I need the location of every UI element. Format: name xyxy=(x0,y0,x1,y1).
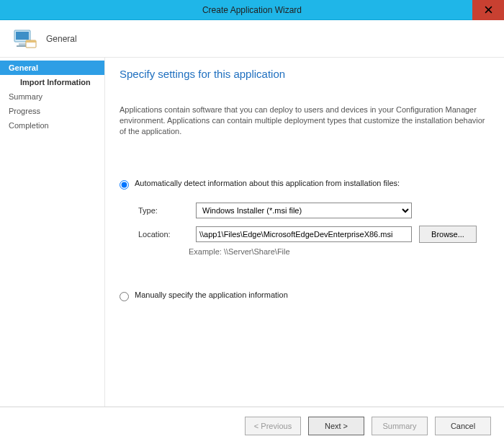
svg-rect-7 xyxy=(26,40,36,43)
cancel-button[interactable]: Cancel xyxy=(435,417,491,435)
wizard-icon xyxy=(10,25,39,53)
next-button[interactable]: Next > xyxy=(308,417,364,435)
browse-button[interactable]: Browse... xyxy=(419,226,477,243)
auto-detect-row: Automatically detect information about t… xyxy=(120,179,487,190)
summary-button: Summary xyxy=(372,417,428,435)
wizard-sidebar: General Import Information Summary Progr… xyxy=(0,58,105,407)
sidebar-item-completion[interactable]: Completion xyxy=(0,118,104,133)
sidebar-item-import-information[interactable]: Import Information xyxy=(0,75,104,89)
manual-radio[interactable] xyxy=(120,292,129,301)
sidebar-item-general[interactable]: General xyxy=(0,61,104,75)
wizard-header: General xyxy=(0,20,504,58)
sidebar-item-summary[interactable]: Summary xyxy=(0,89,104,104)
window-title: Create Application Wizard xyxy=(202,5,302,15)
location-label: Location: xyxy=(138,230,189,239)
close-icon xyxy=(485,4,492,17)
sidebar-item-progress[interactable]: Progress xyxy=(0,104,104,118)
titlebar: Create Application Wizard xyxy=(0,0,504,20)
svg-rect-4 xyxy=(19,43,26,45)
type-select[interactable]: Windows Installer (*.msi file) xyxy=(196,203,412,218)
page-intro: Applications contain software that you c… xyxy=(120,105,487,137)
header-page-label: General xyxy=(46,34,77,44)
location-example: Example: \\Server\Share\File xyxy=(189,247,487,256)
wizard-main: Specify settings for this application Ap… xyxy=(105,58,504,407)
close-button[interactable] xyxy=(472,0,504,20)
auto-detect-radio[interactable] xyxy=(120,180,129,190)
location-input[interactable] xyxy=(196,226,412,242)
previous-button: < Previous xyxy=(245,417,301,435)
type-label: Type: xyxy=(138,206,189,215)
svg-rect-3 xyxy=(16,32,29,40)
page-heading: Specify settings for this application xyxy=(120,68,487,80)
manual-label: Manually specify the application informa… xyxy=(135,290,288,299)
manual-row: Manually specify the application informa… xyxy=(120,290,487,301)
auto-detect-label: Automatically detect information about t… xyxy=(135,179,400,187)
wizard-footer: < Previous Next > Summary Cancel xyxy=(0,407,504,444)
